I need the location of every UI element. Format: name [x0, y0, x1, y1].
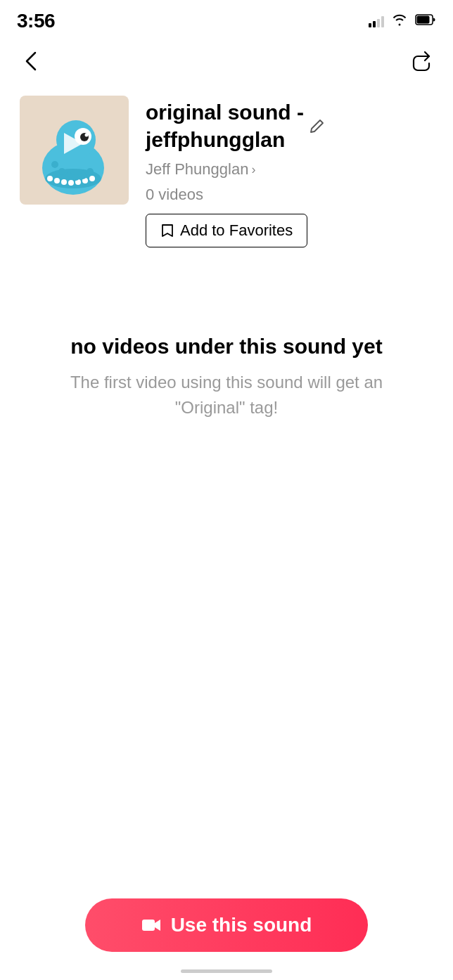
svg-point-20 [79, 172, 87, 179]
home-indicator [181, 969, 272, 973]
sound-title: original sound - jeffphungglan [146, 98, 433, 153]
svg-point-6 [47, 176, 53, 181]
use-this-sound-button[interactable]: Use this sound [85, 898, 369, 952]
share-button[interactable] [405, 45, 436, 79]
back-button[interactable] [17, 44, 44, 80]
svg-point-15 [84, 133, 88, 136]
status-bar: 3:56 [0, 0, 453, 39]
edit-icon[interactable] [310, 118, 325, 134]
svg-point-9 [68, 180, 74, 186]
video-count: 0 videos [146, 186, 433, 204]
svg-point-19 [72, 174, 79, 181]
sound-header: original sound - jeffphungglan Jeff Phun… [0, 84, 453, 264]
wifi-icon [391, 13, 408, 29]
empty-state-title: no videos under this sound yet [70, 335, 382, 359]
svg-point-16 [51, 161, 58, 168]
battery-icon [415, 14, 436, 28]
empty-state-subtitle: The first video using this sound will ge… [42, 370, 411, 420]
sound-info: original sound - jeffphungglan Jeff Phun… [146, 96, 433, 247]
svg-point-18 [65, 172, 72, 179]
svg-point-12 [89, 176, 95, 181]
svg-point-7 [54, 178, 60, 183]
add-to-favorites-button[interactable]: Add to Favorites [146, 214, 307, 247]
svg-point-17 [58, 168, 65, 175]
nav-bar [0, 39, 453, 84]
author-chevron-icon: › [251, 162, 255, 177]
svg-point-21 [87, 168, 94, 175]
sound-thumbnail[interactable] [20, 96, 129, 205]
status-icons [369, 13, 436, 29]
bottom-container: Use this sound [0, 898, 453, 952]
author-link[interactable]: Jeff Phungglan › [146, 160, 433, 179]
status-time: 3:56 [17, 10, 55, 32]
svg-point-8 [61, 179, 67, 185]
signal-icon [369, 15, 384, 27]
empty-state: no videos under this sound yet The first… [0, 292, 453, 420]
svg-rect-23 [142, 920, 155, 931]
svg-rect-1 [417, 16, 430, 24]
